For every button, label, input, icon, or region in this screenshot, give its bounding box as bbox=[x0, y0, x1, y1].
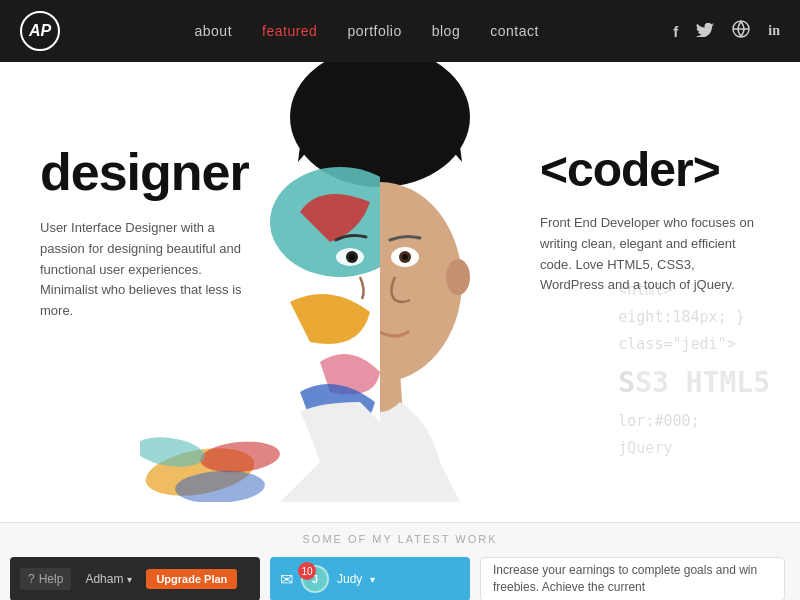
section-title: SOME OF MY LATEST WORK bbox=[303, 533, 498, 545]
nav-item-portfolio[interactable]: portfolio bbox=[347, 22, 401, 40]
dribbble-icon[interactable] bbox=[732, 20, 750, 42]
dropdown-arrow-icon: ▾ bbox=[127, 574, 132, 585]
nav-item-about[interactable]: about bbox=[194, 22, 232, 40]
person-illustration bbox=[240, 62, 520, 502]
logo-text: AP bbox=[29, 22, 51, 40]
card-toolbar: ? Help Adham ▾ Upgrade Plan bbox=[10, 557, 260, 600]
twitter-icon[interactable] bbox=[696, 23, 714, 40]
nav-social: f in bbox=[673, 20, 780, 42]
upgrade-button[interactable]: Upgrade Plan bbox=[146, 569, 237, 589]
nav-link-portfolio[interactable]: portfolio bbox=[347, 23, 401, 39]
upgrade-label: Upgrade Plan bbox=[156, 573, 227, 585]
code-background: <html> eight:184px; } class="jedi"> SS3 … bbox=[618, 277, 770, 462]
card-info-text: Increase your earnings to complete goals… bbox=[493, 562, 772, 596]
notification-badge: 10 bbox=[298, 562, 316, 580]
nav-item-contact[interactable]: contact bbox=[490, 22, 539, 40]
nav-links: about featured portfolio blog contact bbox=[194, 22, 538, 40]
navbar: AP about featured portfolio blog contact… bbox=[0, 0, 800, 62]
nav-item-blog[interactable]: blog bbox=[432, 22, 460, 40]
nav-link-featured[interactable]: featured bbox=[262, 23, 317, 39]
svg-point-8 bbox=[446, 259, 470, 295]
svg-point-7 bbox=[402, 254, 408, 260]
designer-desc: User Interface Designer with a passion f… bbox=[40, 218, 260, 322]
help-button[interactable]: ? Help bbox=[20, 568, 71, 590]
card-mail: ✉ 10 J Judy ▾ bbox=[270, 557, 470, 600]
bottom-cards: ? Help Adham ▾ Upgrade Plan ✉ 10 J Judy … bbox=[10, 557, 790, 600]
coder-desc: Front End Developer who focuses on writi… bbox=[540, 213, 760, 296]
help-label: Help bbox=[39, 572, 64, 586]
hero-right-panel: <coder> Front End Developer who focuses … bbox=[540, 142, 760, 296]
facebook-icon[interactable]: f bbox=[673, 23, 678, 40]
linkedin-icon[interactable]: in bbox=[768, 23, 780, 39]
nav-link-contact[interactable]: contact bbox=[490, 23, 539, 39]
card-info: Increase your earnings to complete goals… bbox=[480, 557, 785, 600]
hero-left-panel: designer User Interface Designer with a … bbox=[40, 142, 260, 322]
coder-title: <coder> bbox=[540, 142, 760, 197]
hero-center-image bbox=[240, 62, 560, 522]
designer-title: designer bbox=[40, 142, 260, 202]
mail-icon: ✉ bbox=[280, 570, 293, 589]
logo[interactable]: AP bbox=[20, 11, 60, 51]
user-dropdown[interactable]: Adham ▾ bbox=[79, 568, 138, 590]
bottom-section: SOME OF MY LATEST WORK ? Help Adham ▾ Up… bbox=[0, 522, 800, 600]
mail-user-name: Judy bbox=[337, 572, 362, 586]
svg-point-12 bbox=[349, 254, 355, 260]
nav-link-about[interactable]: about bbox=[194, 23, 232, 39]
nav-item-featured[interactable]: featured bbox=[262, 22, 317, 40]
nav-link-blog[interactable]: blog bbox=[432, 23, 460, 39]
hero-section: designer User Interface Designer with a … bbox=[0, 62, 800, 522]
user-name-label: Adham bbox=[85, 572, 123, 586]
mail-dropdown-icon[interactable]: ▾ bbox=[370, 574, 375, 585]
question-icon: ? bbox=[28, 572, 35, 586]
